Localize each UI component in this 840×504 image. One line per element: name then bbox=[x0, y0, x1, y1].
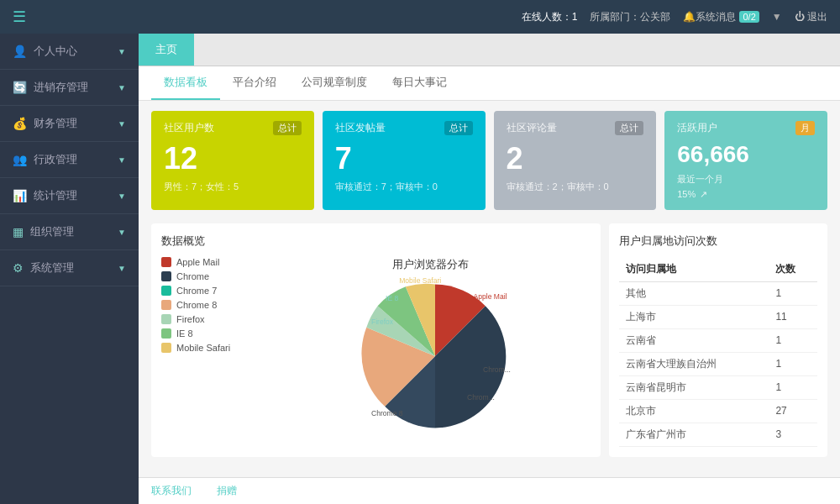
stat-title-posts: 社区发帖量 bbox=[335, 121, 386, 135]
chart-area: 用户浏览器分布 bbox=[270, 257, 591, 428]
legend-chrome7: Chrome 7 bbox=[161, 286, 262, 296]
sidebar-label-personal: 个人中心 bbox=[34, 44, 77, 59]
sidebar-item-stats[interactable]: 📊 统计管理 ▼ bbox=[0, 178, 139, 214]
tab-rules[interactable]: 公司规章制度 bbox=[289, 66, 380, 100]
legend-chrome: Chrome bbox=[161, 271, 262, 281]
tab-intro[interactable]: 平台介绍 bbox=[220, 66, 289, 100]
stat-sub-active: 最近一个月 bbox=[677, 173, 815, 186]
content-area: 数据看板 平台介绍 公司规章制度 每日大事记 社区用户数 总计 12 男性：7；… bbox=[139, 66, 840, 477]
arrow-icon-stats: ▼ bbox=[118, 192, 126, 201]
arrow-icon-inventory: ▼ bbox=[118, 83, 126, 92]
person-icon: 👤 bbox=[13, 45, 27, 58]
stat-badge-active: 月 bbox=[795, 121, 815, 135]
org-icon: ▦ bbox=[13, 225, 24, 239]
arrow-icon-finance: ▼ bbox=[118, 119, 126, 129]
legend-label-firefox: Firefox bbox=[176, 314, 205, 324]
region-cell: 上海市 bbox=[619, 305, 769, 328]
footer: 联系我们 捐赠 bbox=[139, 477, 840, 504]
count-cell: 1 bbox=[769, 375, 817, 399]
notify-badge: 0/2 bbox=[739, 11, 759, 23]
legend-dot-firefox bbox=[161, 314, 171, 324]
stat-card-active-users: 活跃用户 月 66,666 最近一个月 15% ↗ bbox=[664, 111, 827, 210]
legend-chrome8: Chrome 8 bbox=[161, 300, 262, 310]
legend-label-mobile-safari: Mobile Safari bbox=[176, 343, 230, 353]
sidebar-item-admin[interactable]: 👥 行政管理 ▼ bbox=[0, 142, 139, 178]
stat-title-comments: 社区评论量 bbox=[507, 121, 557, 135]
stat-value-posts: 7 bbox=[335, 142, 473, 176]
sidebar-label-system: 系统管理 bbox=[30, 260, 74, 276]
arrow-icon-system: ▼ bbox=[118, 264, 126, 273]
stats-icon: 📊 bbox=[13, 189, 27, 202]
region-cell: 其他 bbox=[619, 281, 769, 305]
arrow-icon-org: ▼ bbox=[118, 228, 126, 237]
pie-label-chrome8: Chrome 8 bbox=[371, 409, 403, 417]
col-region: 访问归属地 bbox=[619, 257, 769, 282]
stat-trend: ↗ bbox=[700, 189, 707, 200]
stat-card-comments: 社区评论量 总计 2 审核通过：2；审核中：0 bbox=[494, 111, 657, 210]
table-row: 云南省1 bbox=[619, 328, 817, 352]
dropdown-icon[interactable]: ▼ bbox=[772, 11, 782, 23]
region-cell: 云南省大理族自治州 bbox=[619, 352, 769, 375]
pie-label-mobile-safari: Mobile Safari bbox=[399, 276, 441, 285]
legend-label-chrome7: Chrome 7 bbox=[176, 286, 217, 296]
region-panel-title: 用户归属地访问次数 bbox=[619, 234, 817, 249]
sidebar-item-finance[interactable]: 💰 财务管理 ▼ bbox=[0, 106, 139, 142]
count-cell: 1 bbox=[769, 352, 817, 375]
nav-tab-home[interactable]: 主页 bbox=[139, 34, 194, 66]
topbar: ☰ 在线人数：1 所属部门：公关部 🔔系统消息 0/2 ▼ ⏻ 退出 bbox=[0, 0, 840, 34]
stat-extra-active: 15% ↗ bbox=[677, 189, 815, 200]
region-table: 访问归属地 次数 其他1上海市11云南省1云南省大理族自治州1云南省昆明市1北京… bbox=[619, 257, 817, 447]
legend-dot-ie8 bbox=[161, 328, 171, 339]
lower-section: 数据概览 Apple Mail Chrome bbox=[139, 223, 840, 467]
legend-dot-apple-mail bbox=[161, 257, 171, 267]
legend-label-apple-mail: Apple Mail bbox=[176, 257, 219, 267]
sidebar-item-org[interactable]: ▦ 组织管理 ▼ bbox=[0, 214, 139, 250]
footer-contact[interactable]: 联系我们 bbox=[151, 484, 192, 498]
stat-card-posts: 社区发帖量 总计 7 审核通过：7；审核中：0 bbox=[323, 111, 486, 210]
table-row: 广东省广州市3 bbox=[619, 423, 817, 446]
count-cell: 1 bbox=[769, 281, 817, 305]
table-row: 云南省昆明市1 bbox=[619, 375, 817, 399]
notify[interactable]: 🔔系统消息 0/2 bbox=[683, 10, 759, 24]
legend-dot-chrome7 bbox=[161, 286, 171, 296]
pie-svg: Apple Mail Chrom... Chrome 8 Firefox IE … bbox=[355, 276, 515, 436]
stat-card-community-users: 社区用户数 总计 12 男性：7；女性：5 bbox=[151, 111, 314, 210]
stat-sub-posts: 审核通过：7；审核中：0 bbox=[335, 181, 473, 193]
sidebar-item-system[interactable]: ⚙ 系统管理 ▼ bbox=[0, 250, 139, 286]
tab-events[interactable]: 每日大事记 bbox=[380, 66, 459, 100]
footer-donate[interactable]: 捐赠 bbox=[217, 484, 237, 498]
tab-dashboard[interactable]: 数据看板 bbox=[151, 66, 220, 100]
dept-stat: 所属部门：公关部 bbox=[590, 10, 670, 24]
stat-value-comments: 2 bbox=[507, 142, 644, 176]
sidebar-label-org: 组织管理 bbox=[30, 224, 74, 239]
stat-title-users: 社区用户数 bbox=[164, 121, 214, 135]
online-stat: 在线人数：1 bbox=[522, 10, 578, 24]
table-row: 其他1 bbox=[619, 281, 817, 305]
power-icon: ⏻ bbox=[795, 11, 805, 23]
topbar-right: 在线人数：1 所属部门：公关部 🔔系统消息 0/2 ▼ ⏻ 退出 bbox=[522, 10, 827, 24]
region-cell: 云南省昆明市 bbox=[619, 375, 769, 399]
stat-value-users: 12 bbox=[164, 142, 302, 176]
browser-content: Apple Mail Chrome Chrome 7 bbox=[161, 257, 591, 428]
legend-mobile-safari: Mobile Safari bbox=[161, 343, 262, 353]
pie-label-chrome2: Chrom... bbox=[467, 393, 495, 402]
sidebar-item-inventory[interactable]: 🔄 进销存管理 ▼ bbox=[0, 70, 139, 106]
pie-label-chrome: Chrom... bbox=[483, 365, 511, 374]
sidebar-item-personal[interactable]: 👤 个人中心 ▼ bbox=[0, 34, 139, 70]
menu-icon[interactable]: ☰ bbox=[13, 8, 26, 26]
system-icon: ⚙ bbox=[13, 261, 24, 275]
finance-icon: 💰 bbox=[13, 117, 27, 130]
stat-sub-comments: 审核通过：2；审核中：0 bbox=[507, 181, 644, 193]
stat-badge-posts: 总计 bbox=[444, 121, 473, 135]
sidebar-label-finance: 财务管理 bbox=[34, 116, 77, 131]
region-cell: 云南省 bbox=[619, 328, 769, 352]
admin-icon: 👥 bbox=[13, 153, 27, 166]
table-row: 北京市27 bbox=[619, 399, 817, 423]
sidebar-label-stats: 统计管理 bbox=[34, 188, 77, 203]
stat-sub-users: 男性：7；女性：5 bbox=[164, 181, 302, 193]
logout-button[interactable]: ⏻ 退出 bbox=[795, 10, 827, 24]
stat-value-active: 66,666 bbox=[677, 142, 815, 168]
pie-label-ie8: IE 8 bbox=[386, 293, 398, 302]
browser-legend: Apple Mail Chrome Chrome 7 bbox=[161, 257, 262, 428]
region-cell: 广东省广州市 bbox=[619, 423, 769, 446]
